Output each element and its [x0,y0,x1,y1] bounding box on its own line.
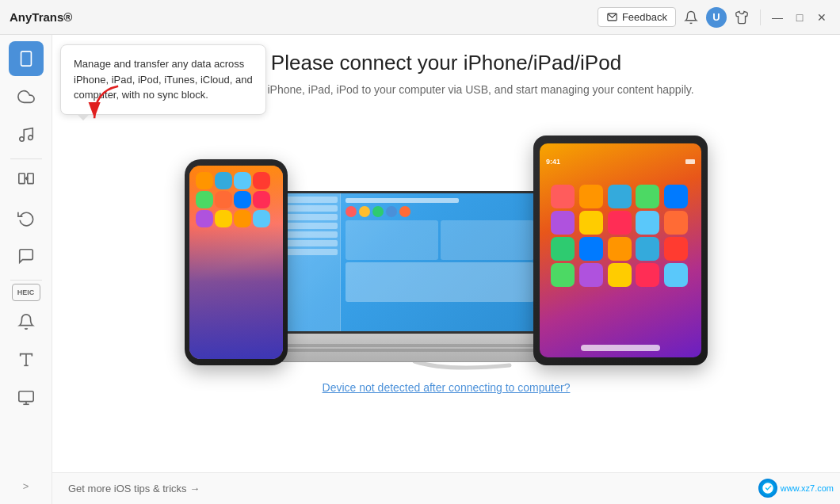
titlebar-right: Feedback U — □ ✕ [598,7,830,28]
sidebar-item-device[interactable] [9,41,44,76]
tablet-app-6 [551,211,575,235]
titlebar: AnyTrans® Feedback U — □ ✕ [0,0,840,35]
app-icon-5 [196,191,213,208]
tablet-app-grid [546,177,695,295]
phone-device [185,159,288,365]
tablet-content: 9:41 [540,143,701,357]
feedback-button[interactable]: Feedback [598,7,676,27]
red-arrow-icon [81,81,128,128]
bell-icon [17,313,35,330]
device-icon [17,50,35,67]
tablet-app-10 [664,211,688,235]
svg-rect-1 [21,52,31,66]
sidebar-item-notification[interactable] [9,304,44,339]
laptop-main-mini [341,193,540,331]
app-icon-11 [234,210,251,227]
tablet-app-5 [664,185,688,208]
mini-icon-4 [386,206,397,217]
svg-point-4 [28,136,32,140]
app-icon-6 [215,191,232,208]
grid-cell-1 [346,220,439,260]
mini-icon-3 [372,206,384,217]
tablet-app-8 [608,211,632,235]
tablet-status-bar: 9:41 [546,150,695,174]
battery-icon [685,159,695,164]
sidebar-expand-button[interactable]: > [9,474,44,498]
tablet-app-13 [608,237,632,261]
mail-icon [606,11,618,23]
sidebar-item-chat[interactable] [9,239,44,273]
tablet-app-4 [636,185,659,208]
tablet-app-9 [636,211,659,235]
tablet-screen: 9:41 [540,143,701,357]
app-icon-3 [234,172,251,189]
laptop-keyboard [272,334,541,362]
sidebar-item-cloud[interactable] [9,79,44,114]
main-subtitle: Connect your iPhone, iPad, iPod to your … [198,83,693,96]
app-icon-8 [253,191,270,208]
sidebar-item-music[interactable] [9,117,44,152]
chat-icon [17,247,35,265]
app-icon-2 [215,172,232,189]
titlebar-left: AnyTrans® [10,10,72,24]
watermark: www.xz7.com [758,479,834,498]
sidebar-item-backup[interactable] [9,200,44,235]
laptop-mini-icons [346,206,535,217]
tablet-app-3 [608,185,632,208]
svg-rect-5 [18,174,24,184]
app-icon-1 [196,172,213,189]
svg-rect-9 [18,391,32,402]
sidebar-divider [10,158,42,159]
svg-point-3 [19,137,24,142]
close-button[interactable]: ✕ [813,9,830,26]
mini-icon-2 [359,206,370,217]
grid-cell-2 [441,220,534,260]
watermark-logo [758,479,777,498]
footer: Get more iOS tips & tricks → [52,472,840,504]
tablet-app-7 [579,211,603,235]
tablet-app-2 [579,185,603,208]
watermark-icon [762,482,774,494]
tablet-app-16 [551,263,575,287]
music-icon [17,126,35,143]
sidebar-item-ringtone[interactable] [9,380,44,415]
laptop-screen-content [274,193,539,331]
minimize-button[interactable]: — [769,9,786,26]
divider [760,10,761,25]
tablet-app-20 [664,263,688,287]
app-icon-7 [234,191,251,208]
footer-tips-link[interactable]: Get more iOS tips & tricks → [68,483,200,494]
cloud-icon [17,88,35,105]
mini-icon-1 [346,206,357,217]
notification-bell-icon[interactable] [681,7,701,28]
backup-icon [17,209,35,227]
laptop-grid [346,220,535,302]
shirt-icon[interactable] [731,7,752,28]
user-avatar[interactable]: U [706,7,727,28]
sidebar-item-transfer[interactable] [9,162,44,197]
tablet-app-11 [551,237,575,261]
devices-illustration: 9:41 [177,112,716,365]
tablet-app-18 [608,263,632,287]
tablet-app-12 [579,237,603,261]
maximize-button[interactable]: □ [791,9,808,26]
content-area: Manage and transfer any data across iPho… [52,35,840,504]
sidebar: HEIC > [0,35,52,504]
grid-cell-3 [346,262,535,302]
tablet-app-15 [664,237,688,261]
phone-screen-inner [189,166,283,359]
tablet-app-19 [636,263,659,287]
sidebar-item-heic[interactable]: HEIC [12,284,40,301]
keyboard-row-1 [279,344,534,347]
sidebar-item-font[interactable] [9,342,44,377]
tablet-device: 9:41 [533,136,708,365]
cable-connector [581,345,660,351]
main-layout: HEIC > M [0,35,840,504]
app-icon-9 [196,210,213,227]
feedback-label: Feedback [622,11,667,23]
tablet-app-17 [579,263,603,287]
screen-icon [17,389,35,407]
device-not-detected-link[interactable]: Device not detected after connecting to … [323,381,571,394]
laptop-screen [272,191,541,334]
sidebar-divider-2 [10,280,42,281]
